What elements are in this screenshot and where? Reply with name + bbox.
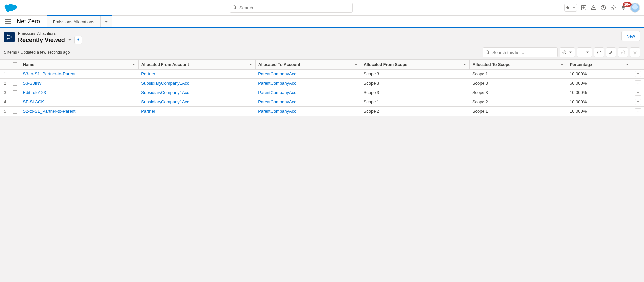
col-select-all[interactable] [10,60,20,70]
app-launcher-button[interactable] [3,16,13,27]
allocated-from-scope: Scope 2 [361,107,470,116]
row-index: 3 [0,88,10,97]
chevron-down-icon[interactable] [249,63,253,67]
row-checkbox[interactable] [13,81,17,86]
record-name-link[interactable]: S2-to-S1_Partner-to-Parent [23,109,76,114]
col-allocated-to-scope[interactable]: Allocated To Scope [470,60,567,70]
allocated-to-account-link[interactable]: ParentCompanyAcc [258,99,296,104]
row-checkbox[interactable] [13,100,17,104]
records-table: Name Allocated From Account Allocated To… [0,59,644,116]
row-checkbox[interactable] [13,90,17,95]
tab-emissions-allocations-label[interactable]: Emissions Allocations [47,19,100,24]
percentage: 10.000% [567,107,632,116]
tab-emissions-allocations: Emissions Allocations [47,15,112,27]
col-percentage[interactable]: Percentage [567,60,632,70]
favorites-group [564,4,577,12]
percentage: 50.000% [567,79,632,88]
svg-point-4 [564,52,565,53]
global-add-button[interactable] [580,4,587,11]
app-name: Net Zero [13,18,47,25]
record-name-link[interactable]: S3-to-S1_Partner-to-Parent [23,71,76,76]
row-actions-menu[interactable] [635,71,641,77]
row-index: 2 [0,79,10,88]
allocated-from-scope: Scope 3 [361,79,470,88]
percentage: 10.000% [567,70,632,79]
favorites-star-button[interactable] [565,4,571,11]
pin-list-view-button[interactable] [74,36,82,44]
new-button[interactable]: New [621,31,640,41]
record-name-link[interactable]: SF-SLACK [23,99,44,104]
row-actions-menu[interactable] [635,99,641,105]
favorites-dropdown-button[interactable] [571,4,577,11]
notifications-button[interactable]: 20+ [620,4,627,11]
percentage: 10.000% [567,97,632,107]
object-label: Emissions Allocations [18,31,56,36]
row-actions-menu[interactable] [635,80,641,86]
page-header: Emissions Allocations Recently Viewed Ne… [0,28,644,59]
list-settings-button[interactable] [560,47,575,57]
chevron-down-icon[interactable] [354,63,358,67]
list-search [483,47,558,57]
allocated-to-scope: Scope 1 [470,107,567,116]
search-icon [232,5,237,10]
col-allocated-from-scope[interactable]: Allocated From Scope [361,60,470,70]
select-all-checkbox[interactable] [13,62,17,67]
help-button[interactable] [600,4,607,11]
table-row: 4SF-SLACKSubsidiaryCompany1AccParentComp… [0,97,644,107]
allocated-to-account-link[interactable]: ParentCompanyAcc [258,71,296,76]
table-row: 3Edit rule123SubsidiaryCompany1AccParent… [0,88,644,97]
list-meta: 5 items • Updated a few seconds ago [4,50,70,55]
trailhead-button[interactable] [590,4,597,11]
row-index: 4 [0,97,10,107]
allocated-from-account-link[interactable]: SubsidiaryCompany1Acc [141,81,189,86]
svg-point-2 [603,9,604,9]
salesforce-logo-icon[interactable] [4,3,18,13]
inline-edit-button[interactable] [606,47,616,57]
row-index: 1 [0,70,10,79]
allocated-to-scope: Scope 3 [470,88,567,97]
col-actions [632,60,644,70]
svg-point-3 [613,7,614,9]
allocated-from-scope: Scope 3 [361,88,470,97]
refresh-button[interactable] [594,47,604,57]
notifications-badge: 20+ [623,2,632,7]
chart-button [618,47,628,57]
allocated-to-scope: Scope 1 [470,70,567,79]
allocated-to-account-link[interactable]: ParentCompanyAcc [258,109,296,114]
tab-emissions-allocations-menu[interactable] [100,16,112,27]
allocated-from-account-link[interactable]: Partner [141,71,155,76]
record-name-link[interactable]: Edit rule123 [23,90,46,95]
display-as-button[interactable] [577,47,592,57]
list-view-name[interactable]: Recently Viewed [18,37,65,44]
col-allocated-to-account[interactable]: Allocated To Account [255,60,361,70]
allocated-from-account-link[interactable]: SubsidiaryCompany1Acc [141,90,189,95]
list-view-switcher[interactable] [68,38,72,42]
col-allocated-from-account[interactable]: Allocated From Account [138,60,255,70]
allocated-to-account-link[interactable]: ParentCompanyAcc [258,81,296,86]
setup-button[interactable] [610,4,617,11]
row-actions-menu[interactable] [635,90,641,96]
row-checkbox[interactable] [13,109,17,114]
col-name[interactable]: Name [20,60,139,70]
table-row: 5S2-to-S1_Partner-to-ParentPartnerParent… [0,107,644,116]
chevron-down-icon[interactable] [463,63,467,67]
chevron-down-icon[interactable] [132,63,136,67]
percentage: 10.000% [567,88,632,97]
allocated-from-account-link[interactable]: Partner [141,109,155,114]
row-checkbox[interactable] [13,72,17,76]
search-icon [485,50,490,55]
record-name-link[interactable]: S3-S3INv [23,81,42,86]
row-index: 5 [0,107,10,116]
table-row: 1S3-to-S1_Partner-to-ParentPartnerParent… [0,70,644,79]
allocated-to-scope: Scope 3 [470,79,567,88]
global-search-input[interactable] [230,3,353,13]
allocated-from-account-link[interactable]: SubsidiaryCompany1Acc [141,99,189,104]
allocated-from-scope: Scope 3 [361,70,470,79]
chevron-down-icon[interactable] [560,63,564,67]
list-search-input[interactable] [483,47,558,57]
allocated-from-scope: Scope 1 [361,97,470,107]
allocated-to-account-link[interactable]: ParentCompanyAcc [258,90,296,95]
row-actions-menu[interactable] [635,108,641,114]
object-icon [4,32,15,42]
chevron-down-icon[interactable] [625,63,629,67]
